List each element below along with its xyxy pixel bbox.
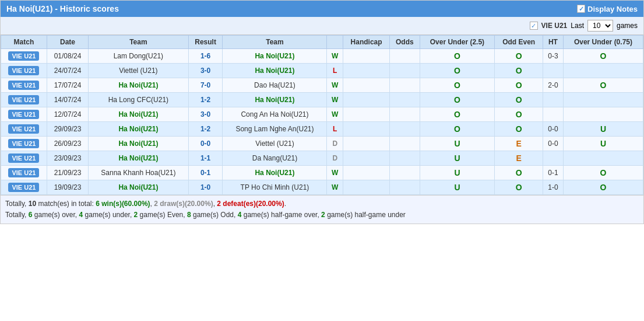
table-body: VIE U2101/08/24Lam Dong(U21)1-6Ha Noi(U2…	[1, 49, 643, 195]
filter-league-label: VIE U21	[541, 22, 568, 30]
cell-odds	[390, 93, 420, 107]
cell-ht	[543, 64, 563, 78]
cell-team1: Sanna Khanh Hoa(U21)	[89, 166, 189, 180]
col-match: Match	[1, 36, 47, 49]
cell-ht: 0-0	[543, 122, 563, 137]
col-outcome	[327, 36, 343, 49]
cell-date: 01/08/24	[47, 49, 88, 64]
cell-result[interactable]: 3-0	[188, 64, 223, 78]
cell-over-under-2-5: U	[420, 180, 495, 195]
cell-odds	[390, 180, 420, 195]
col-over-under-0-75: Over Under (0.75)	[563, 36, 643, 49]
cell-ht: 0-1	[543, 166, 563, 180]
match-badge: VIE U21	[8, 183, 39, 192]
footer: Totally, 10 match(es) in total: 6 win(s)…	[1, 195, 643, 224]
cell-match: VIE U21	[1, 93, 47, 107]
cell-over-under-0-75	[563, 107, 643, 122]
cell-team2: Ha Noi(U21)	[223, 49, 327, 64]
match-badge: VIE U21	[8, 110, 39, 119]
table-row: VIE U2123/09/23Ha Noi(U21)1-1Da Nang(U21…	[1, 151, 643, 166]
table-row: VIE U2121/09/23Sanna Khanh Hoa(U21)0-1Ha…	[1, 166, 643, 180]
header: Ha Noi(U21) - Historic scores ✓ Display …	[1, 1, 643, 17]
display-notes-checkbox[interactable]: ✓ Display Notes	[577, 5, 638, 13]
cell-result[interactable]: 0-1	[188, 166, 223, 180]
cell-over-under-2-5: U	[420, 137, 495, 151]
historic-scores-table: Match Date Team Result Team Handicap Odd…	[1, 35, 643, 195]
cell-over-under-2-5: U	[420, 151, 495, 166]
cell-team2: Da Nang(U21)	[223, 151, 327, 166]
cell-odds	[390, 137, 420, 151]
match-badge: VIE U21	[8, 124, 39, 134]
cell-ht	[543, 107, 563, 122]
cell-team2: Viettel (U21)	[223, 137, 327, 151]
table-row: VIE U2114/07/24Ha Long CFC(U21)1-2Ha Noi…	[1, 93, 643, 107]
cell-over-under-2-5: O	[420, 93, 495, 107]
cell-outcome: W	[327, 107, 343, 122]
filter-checkbox-icon[interactable]: ✓	[530, 22, 538, 30]
cell-result[interactable]: 1-0	[188, 180, 223, 195]
cell-over-under-0-75: U	[563, 137, 643, 151]
cell-over-under-2-5: O	[420, 64, 495, 78]
col-odds: Odds	[390, 36, 420, 49]
col-result: Result	[188, 36, 223, 49]
cell-result[interactable]: 1-6	[188, 49, 223, 64]
cell-odd-even: O	[495, 78, 543, 93]
cell-team2: Song Lam Nghe An(U21)	[223, 122, 327, 137]
cell-result[interactable]: 7-0	[188, 78, 223, 93]
table-row: VIE U2117/07/24Ha Noi(U21)7-0Dao Ha(U21)…	[1, 78, 643, 93]
cell-over-under-0-75	[563, 93, 643, 107]
filter-games-select[interactable]: 10 20 30	[587, 20, 613, 32]
cell-handicap	[343, 151, 389, 166]
cell-team1: Ha Long CFC(U21)	[89, 93, 189, 107]
cell-over-under-0-75: O	[563, 49, 643, 64]
cell-odds	[390, 64, 420, 78]
cell-outcome: D	[327, 137, 343, 151]
cell-handicap	[343, 93, 389, 107]
cell-ht: 2-0	[543, 78, 563, 93]
cell-over-under-0-75	[563, 64, 643, 78]
cell-result[interactable]: 1-2	[188, 122, 223, 137]
cell-team2: Cong An Ha Noi(U21)	[223, 107, 327, 122]
cell-outcome: W	[327, 49, 343, 64]
cell-match: VIE U21	[1, 64, 47, 78]
table-row: VIE U2101/08/24Lam Dong(U21)1-6Ha Noi(U2…	[1, 49, 643, 64]
cell-odd-even: E	[495, 137, 543, 151]
cell-team2: Ha Noi(U21)	[223, 93, 327, 107]
table-row: VIE U2124/07/24Viettel (U21)3-0Ha Noi(U2…	[1, 64, 643, 78]
cell-odd-even: O	[495, 49, 543, 64]
cell-team2: TP Ho Chi Minh (U21)	[223, 180, 327, 195]
match-badge: VIE U21	[8, 51, 39, 61]
cell-odd-even: O	[495, 64, 543, 78]
cell-date: 21/09/23	[47, 166, 88, 180]
cell-date: 19/09/23	[47, 180, 88, 195]
cell-outcome: W	[327, 93, 343, 107]
cell-result[interactable]: 3-0	[188, 107, 223, 122]
cell-odd-even: O	[495, 107, 543, 122]
match-badge: VIE U21	[8, 81, 39, 90]
cell-result[interactable]: 0-0	[188, 137, 223, 151]
header-right: ✓ Display Notes	[577, 5, 638, 13]
cell-handicap	[343, 107, 389, 122]
table-row: VIE U2129/09/23Ha Noi(U21)1-2Song Lam Ng…	[1, 122, 643, 137]
cell-over-under-0-75: U	[563, 122, 643, 137]
cell-over-under-2-5: U	[420, 166, 495, 180]
cell-odd-even: O	[495, 122, 543, 137]
cell-odds	[390, 166, 420, 180]
cell-match: VIE U21	[1, 166, 47, 180]
col-team2: Team	[223, 36, 327, 49]
footer-line1: Totally, 10 match(es) in total: 6 win(s)…	[5, 198, 639, 210]
cell-team2: Dao Ha(U21)	[223, 78, 327, 93]
header-title: Ha Noi(U21) - Historic scores	[6, 4, 119, 13]
cell-match: VIE U21	[1, 180, 47, 195]
cell-team1: Ha Noi(U21)	[89, 180, 189, 195]
cell-team1: Lam Dong(U21)	[89, 49, 189, 64]
cell-date: 23/09/23	[47, 151, 88, 166]
cell-result[interactable]: 1-1	[188, 151, 223, 166]
cell-team1: Ha Noi(U21)	[89, 122, 189, 137]
cell-result[interactable]: 1-2	[188, 93, 223, 107]
col-handicap: Handicap	[343, 36, 389, 49]
cell-handicap	[343, 64, 389, 78]
cell-over-under-0-75: O	[563, 166, 643, 180]
cell-odds	[390, 49, 420, 64]
cell-team1: Ha Noi(U21)	[89, 137, 189, 151]
